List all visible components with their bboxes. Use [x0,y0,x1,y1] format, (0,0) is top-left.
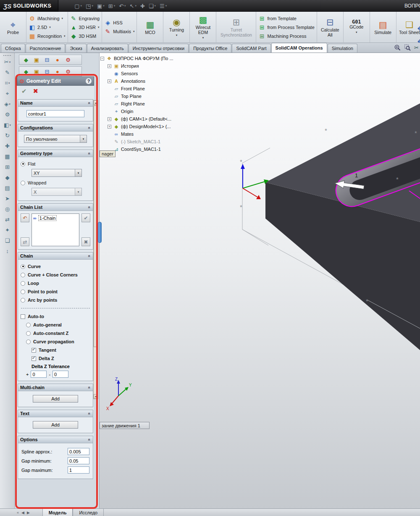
auto-general-option[interactable]: Auto-general [21,321,90,329]
section-geometry-type-header[interactable]: Geometry type « [18,150,93,157]
tab-assembly[interactable]: Сборка [1,44,25,53]
wirecut-edm-button[interactable]: ▩ Wirecut EDM ▾ [192,14,214,40]
tab-layout[interactable]: Расположение [26,44,66,53]
hss-button[interactable]: ◈ HSS [104,18,134,27]
undo-icon[interactable]: ↶▾ [119,3,126,9]
left-tool-1-icon[interactable]: ✂▾ [0,57,15,67]
text-add-button[interactable]: Add [33,421,78,429]
solidcam-manager-icon[interactable]: ⚙ [64,68,72,75]
dropdown-arrow-icon[interactable]: ▾ [80,135,87,142]
wrapped-axis-select[interactable]: X ▾ [32,188,82,196]
print-icon[interactable]: ⊞▾ [108,3,115,9]
engraving-button[interactable]: ✎ Engraving [70,14,100,23]
model-part[interactable] [265,102,420,353]
expand-box-icon[interactable]: + [108,79,111,83]
undo-chain-button[interactable]: ↶ [21,213,29,222]
list-icon[interactable]: ☰▾ [160,3,167,9]
gap-minimum-input[interactable] [68,457,89,464]
tab-motion-study[interactable]: Исследо [73,509,104,516]
tree-item-sensors[interactable]: ◉ Sensors [100,70,173,77]
curve-propagation-radio[interactable] [26,340,31,344]
name-input[interactable] [26,110,84,117]
clipped-tool-icon[interactable]: ❖ [417,24,420,33]
expand-box-icon[interactable]: + [108,64,111,68]
section-name-header[interactable]: Name « [18,100,93,107]
left-tool-11-icon[interactable]: ⊞ [0,162,15,172]
left-tool-17-icon[interactable]: ✦ [0,225,15,235]
section-chain-header[interactable]: Chain « [18,253,93,260]
tree-item-cam[interactable]: + ◆ (ф) CAM<1> (Default<... [100,115,173,123]
expand-box-icon[interactable]: + [108,125,111,129]
configuration-manager-icon[interactable]: ⊟ [43,68,51,75]
tangent-option[interactable]: Tangent [21,346,90,354]
zoom-area-icon[interactable] [404,44,411,51]
save-icon[interactable]: ▣▾ [97,3,105,9]
tree-item-top-plane[interactable]: ▱ Top Plane [100,92,173,100]
tab-evaluate[interactable]: Анализировать [87,44,128,53]
expand-box-icon[interactable]: + [108,117,111,121]
curve-close-corners-radio[interactable] [21,273,25,277]
section-options-header[interactable]: Options « [18,436,93,443]
left-tool-18-icon[interactable]: ❏ [0,235,15,246]
solidcam-manager-icon[interactable]: ⚙ [64,57,72,63]
imachining-dropdown-icon[interactable]: ▾ [62,17,63,20]
open-icon[interactable]: ◳▾ [86,3,93,9]
probe-button[interactable]: ⌖ Probe [2,19,24,35]
tolerance-minus-input[interactable] [52,371,68,378]
tab-sketch[interactable]: Эскиз [66,44,86,53]
chain-list-item[interactable]: ∞ 1-Chain [33,215,78,221]
property-manager-icon[interactable]: ▣ [32,57,41,63]
turning-button[interactable]: ◉ Turning ▾ [165,17,187,38]
tree-item-front-plane[interactable]: ▱ Front Plane [100,85,173,92]
left-tool-15-icon[interactable]: ◎ [0,204,15,214]
ok-button[interactable]: ✔ [21,87,27,95]
tree-item-annotations[interactable]: + A Annotations [100,77,173,85]
tolerance-plus-input[interactable] [31,371,47,378]
left-tool-9-icon[interactable]: ✚ [0,141,15,151]
3d-hsr-button[interactable]: ▲ 3D HSR ▾ [70,23,100,32]
dimxpert-manager-icon[interactable]: ● [53,68,62,75]
recognition-dropdown-icon[interactable]: ▾ [64,34,66,38]
chain-option-point-to-point[interactable]: Point to point [21,287,90,296]
from-template-button[interactable]: ⊞ from Template [258,14,314,23]
left-tool-2-icon[interactable]: ✎ [0,67,15,78]
wirecut-dropdown-icon[interactable]: ▾ [202,35,204,40]
cancel-button[interactable]: ✖ [33,87,39,95]
multi-chain-add-button[interactable]: Add [33,395,78,403]
configuration-select[interactable]: По умолчанию ▾ [24,135,87,143]
tree-item-root[interactable]: − ❖ ВОПРОС НА ФОРУМ (По ... [100,55,173,62]
gap-maximum-input[interactable] [68,466,89,474]
zoom-in-icon[interactable] [394,44,401,51]
left-tool-5-icon[interactable]: ◈▾ [0,99,15,109]
chain-option-curve[interactable]: Curve [21,262,90,271]
left-tool-13-icon[interactable]: ▤ [0,183,15,193]
feature-manager-icon[interactable]: ◆ [22,57,30,63]
chain-option-curve-close-corners[interactable]: Curve + Close Corners [21,271,90,279]
tab-office-products[interactable]: Продукты Office [189,44,231,53]
tree-item-mates[interactable]: ∞ Mates [100,130,173,138]
delta-z-checkbox[interactable] [32,356,36,361]
feature-manager-icon[interactable]: ◆ [22,68,30,75]
tab-solidcam-operations[interactable]: SolidCAM Operations [271,43,327,53]
left-tool-19-icon[interactable]: ↕ [0,246,15,256]
nav-prev-icon[interactable]: ◀ [21,511,24,515]
mco-button[interactable]: ▦ MCO [139,19,161,35]
multiaxis-button[interactable]: ✎ Multiaxis ▾ [104,27,134,36]
loop-radio[interactable] [21,281,25,286]
select-cursor-icon[interactable]: ↖▾ [130,3,136,9]
section-chain-list-header[interactable]: Chain List « [18,204,93,211]
section-view-icon[interactable]: ✂ [414,45,419,51]
3d-hsm-button[interactable]: ◆ 3D HSM [70,32,100,40]
tab-render-tools[interactable]: Инструменты отрисовки [129,44,189,53]
flat-plane-select[interactable]: XY ▾ [32,169,82,177]
chain-option-arc-by-points[interactable]: Arc by points [21,296,90,304]
left-tool-10-icon[interactable]: ▦ [0,151,15,162]
turret-sync-button[interactable]: ⊞ Turret Synchronization [218,17,254,37]
tree-item-history[interactable]: + ▣ История [100,62,173,70]
chain-listbox[interactable]: ∞ 1-Chain [32,213,79,246]
scrollbar-thumb[interactable] [94,105,98,347]
machining-process-button[interactable]: ⊞ Machining Process [258,32,314,40]
property-manager-icon[interactable]: ▣ [32,68,41,75]
left-tool-7-icon[interactable]: ◧▾ [0,120,15,130]
3d-hsr-dropdown-icon[interactable]: ▾ [98,26,100,29]
